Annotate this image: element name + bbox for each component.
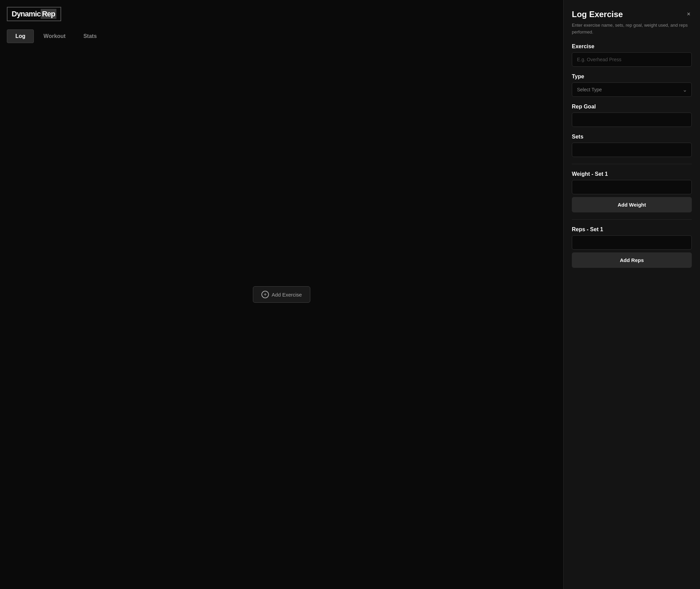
main-content: DynamicRep Log Workout Stats + Add Exerc… <box>0 0 563 589</box>
rep-goal-input[interactable] <box>572 113 692 127</box>
sets-field-group: Sets <box>572 134 692 157</box>
rep-goal-field-group: Rep Goal <box>572 104 692 127</box>
nav-tabs: Log Workout Stats <box>7 29 556 43</box>
exercise-field-group: Exercise <box>572 43 692 67</box>
panel-header: Log Exercise × <box>572 10 692 19</box>
close-button[interactable]: × <box>685 10 692 18</box>
divider-2 <box>572 219 692 220</box>
tab-workout[interactable]: Workout <box>35 29 74 43</box>
sets-label: Sets <box>572 134 692 140</box>
exercise-input[interactable] <box>572 52 692 67</box>
reps-set1-label: Reps - Set 1 <box>572 226 692 233</box>
tab-stats[interactable]: Stats <box>75 29 105 43</box>
panel-title: Log Exercise <box>572 10 623 19</box>
logo-dynamic-text: Dynamic <box>12 10 41 18</box>
divider-1 <box>572 164 692 164</box>
sets-input[interactable] <box>572 143 692 157</box>
reps-set1-input[interactable] <box>572 235 692 250</box>
weight-set1-label: Weight - Set 1 <box>572 171 692 177</box>
type-label: Type <box>572 74 692 80</box>
plus-icon: + <box>261 291 269 298</box>
logo-rep-text: Rep <box>41 9 57 19</box>
add-reps-button[interactable]: Add Reps <box>572 252 692 268</box>
logo: DynamicRep <box>7 7 61 21</box>
add-exercise-label: Add Exercise <box>272 292 302 298</box>
panel-subtitle: Enter exercise name, sets, rep goal, wei… <box>572 22 692 35</box>
reps-set1-field-group: Reps - Set 1 Add Reps <box>572 226 692 268</box>
type-select-wrapper: Select Type Barbell Dumbbell Machine Bod… <box>572 82 692 97</box>
add-weight-button[interactable]: Add Weight <box>572 197 692 212</box>
exercise-label: Exercise <box>572 43 692 50</box>
tab-log[interactable]: Log <box>7 29 34 43</box>
weight-set1-field-group: Weight - Set 1 Add Weight <box>572 171 692 212</box>
weight-set1-input[interactable] <box>572 180 692 194</box>
type-field-group: Type Select Type Barbell Dumbbell Machin… <box>572 74 692 97</box>
type-select[interactable]: Select Type Barbell Dumbbell Machine Bod… <box>572 82 692 97</box>
rep-goal-label: Rep Goal <box>572 104 692 110</box>
add-exercise-button[interactable]: + Add Exercise <box>253 286 310 303</box>
log-exercise-panel: Log Exercise × Enter exercise name, sets… <box>563 0 700 589</box>
